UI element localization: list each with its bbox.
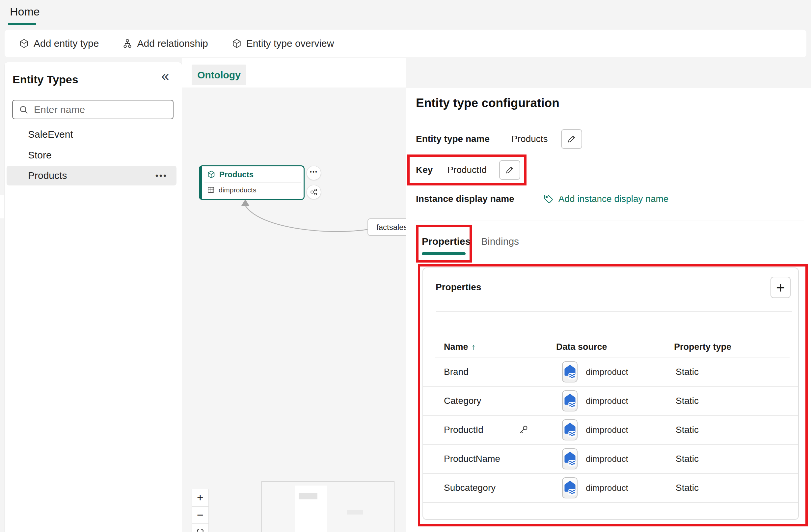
search-icon [19,105,29,115]
property-name: ProductId [444,425,484,435]
share-icon [309,187,318,197]
node-more-button[interactable]: ••• [307,166,321,180]
instance-display-label: Instance display name [416,194,514,204]
table-row-category[interactable]: Category dimproduct Static [423,386,798,416]
minimap-node-block [299,493,318,499]
section-divider [414,220,804,221]
tab-properties-active-underline [422,252,465,255]
add-relationship-button[interactable]: Add relationship [122,38,208,49]
toolbar: Add entity type Add relationship Entity … [5,30,806,57]
plus-icon: + [776,279,785,297]
lakehouse-icon [562,419,578,440]
property-type: Static [676,425,699,435]
property-name: Brand [444,367,469,377]
sidebar-item-products[interactable]: Products ••• [6,166,177,185]
zoom-in-button[interactable]: + [192,489,209,506]
entity-name-label: Entity type name [416,134,490,144]
table-row-productname[interactable]: ProductName dimproduct Static [423,444,798,474]
column-header-property-type[interactable]: Property type [674,342,731,352]
property-source: dimproduct [586,483,628,493]
lakehouse-icon [562,361,578,382]
app-root: Home Add entity type Add relationship En… [0,0,811,532]
cube-icon [19,39,29,48]
property-type: Static [676,483,699,493]
column-header-data-source[interactable]: Data source [556,342,607,352]
property-type: Static [676,454,699,464]
property-type: Static [676,367,699,377]
entity-type-overview-button[interactable]: Entity type overview [232,38,334,49]
add-entity-type-label: Add entity type [34,38,99,49]
entity-type-overview-label: Entity type overview [246,38,334,49]
zoom-out-button[interactable]: − [192,506,209,524]
node-title: Products [219,170,254,179]
tab-ontology[interactable]: Ontology [192,64,246,85]
entity-name-value: Products [511,134,548,144]
fit-view-button[interactable] [192,524,209,532]
entity-name-row: Entity type name Products [416,129,582,149]
collapsed-panel-notch [0,195,4,218]
edit-key-button[interactable] [499,160,520,180]
entity-search-box [12,100,173,119]
edge-label-factsales[interactable]: factsales_ [367,218,406,236]
tab-properties[interactable]: Properties [422,236,465,247]
canvas-tab-strip: Ontology [182,58,406,88]
property-type: Static [676,396,699,406]
property-source: dimproduct [586,367,628,377]
lakehouse-icon [562,390,578,411]
property-name: Subcategory [444,483,495,493]
canvas-node-products[interactable]: Products dimproducts [199,165,305,200]
instance-display-row: Instance display name Add instance displ… [416,189,669,209]
properties-card: Properties + Name↑ Data source Property … [423,268,799,520]
zoom-controls: + − [192,489,209,532]
table-row-brand[interactable]: Brand dimproduct Static [423,358,798,387]
sidebar-item-saleevent[interactable]: SaleEvent [6,124,177,144]
relationship-edge [182,88,406,532]
ontology-canvas[interactable]: Products dimproducts ••• factsales_ + − [182,88,406,532]
key-row: Key ProductId [416,160,520,180]
entity-config-panel: Entity type configuration Entity type na… [406,88,811,532]
tag-icon [543,194,554,204]
canvas-minimap[interactable] [261,481,395,532]
panel-title: Entity type configuration [416,96,560,110]
lakehouse-icon [562,448,578,469]
minimap-node-block [347,510,363,515]
card-divider [436,311,792,311]
property-source: dimproduct [586,425,628,435]
node-source-label: dimproducts [219,186,256,194]
add-relationship-label: Add relationship [137,38,208,49]
key-icon [518,424,529,436]
table-row-subcategory[interactable]: Subcategory dimproduct Static [423,473,798,503]
minus-icon: − [197,508,203,521]
search-input[interactable] [33,104,168,116]
sidebar-item-label: Products [28,170,67,181]
property-source: dimproduct [586,396,628,406]
table-row-productid[interactable]: ProductId dimproduct Static [423,415,798,445]
tab-ontology-label: Ontology [197,70,241,81]
property-name: Category [444,396,481,406]
cube-icon [207,170,215,179]
more-options-icon[interactable]: ••• [155,171,167,181]
tab-home-active-underline [8,23,36,25]
plus-icon: + [197,491,203,504]
tab-home[interactable]: Home [10,5,40,18]
key-label: Key [416,165,433,175]
ellipsis-icon: ••• [310,169,318,175]
fit-view-icon [196,528,204,532]
collapse-sidebar-icon[interactable]: « [161,69,169,83]
node-relationship-button[interactable] [307,185,321,199]
sidebar-item-store[interactable]: Store [6,145,177,165]
pencil-icon [505,165,514,174]
add-entity-type-button[interactable]: Add entity type [19,38,99,49]
tab-bindings[interactable]: Bindings [481,236,518,247]
add-property-button[interactable]: + [770,277,791,298]
sidebar-item-label: Store [28,150,52,161]
property-source: dimproduct [586,454,628,464]
org-chart-icon [122,39,132,48]
sort-asc-icon: ↑ [472,342,476,352]
sidebar-item-label: SaleEvent [28,129,73,140]
edit-entity-name-button[interactable] [561,129,582,149]
key-value: ProductId [447,165,487,175]
column-header-name[interactable]: Name↑ [444,342,476,352]
add-instance-display-name-link[interactable]: Add instance display name [558,194,669,204]
table-icon [207,186,215,194]
